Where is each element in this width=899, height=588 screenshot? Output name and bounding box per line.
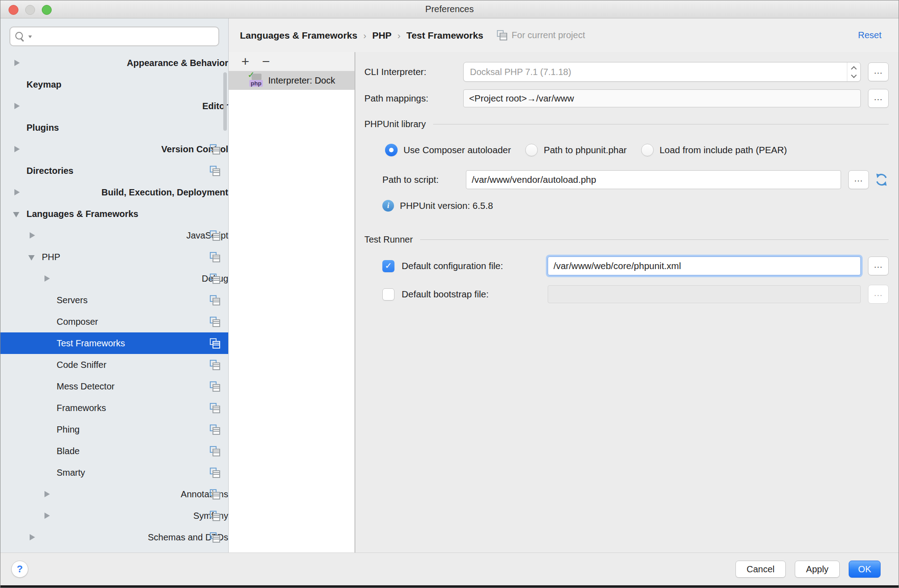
- sidebar-item-label: Composer: [57, 317, 98, 327]
- per-project-icon: [210, 295, 220, 305]
- chevron-down-icon[interactable]: [10, 203, 27, 225]
- radio-icon[interactable]: [385, 144, 398, 156]
- add-button[interactable]: +: [235, 53, 256, 70]
- sidebar-item-appearance-behavior[interactable]: Appearance & Behavior: [0, 52, 228, 74]
- sidebar-item-test-frameworks[interactable]: Test Frameworks: [0, 332, 228, 354]
- path-mappings-field[interactable]: [463, 89, 861, 107]
- sidebar-item-label: PHP: [42, 252, 60, 262]
- remove-button[interactable]: −: [256, 53, 276, 70]
- for-current-project-icon: [497, 30, 507, 40]
- chevron-spacer: [10, 160, 27, 181]
- chevron-spacer: [40, 440, 57, 462]
- sidebar-item-phing[interactable]: Phing: [0, 419, 228, 440]
- path-to-script-browse-button[interactable]: ...: [848, 170, 869, 189]
- default-config-browse-button[interactable]: ...: [868, 256, 889, 275]
- sidebar-nav: Appearance & BehaviorKeymapEditorPlugins…: [0, 52, 228, 548]
- path-mappings-browse-button[interactable]: ...: [868, 89, 889, 108]
- search-input[interactable]: [35, 31, 218, 41]
- sidebar-item-blade[interactable]: Blade: [0, 440, 228, 462]
- sidebar-item-composer[interactable]: Composer: [0, 311, 228, 332]
- sidebar-item-editor[interactable]: Editor: [0, 95, 228, 117]
- breadcrumb-test-frameworks[interactable]: Test Frameworks: [407, 30, 483, 41]
- reset-link[interactable]: Reset: [858, 30, 881, 40]
- breadcrumb: Languages & Frameworks › PHP › Test Fram…: [229, 18, 899, 52]
- radio-path-to-phpunit-phar[interactable]: Path to phpunit.phar: [525, 144, 627, 156]
- sidebar-item-frameworks[interactable]: Frameworks: [0, 397, 228, 419]
- chevron-spacer: [40, 376, 57, 397]
- default-bootstrap-checkbox[interactable]: ✓: [382, 288, 394, 301]
- radio-icon[interactable]: [525, 144, 538, 156]
- chevron-right-icon[interactable]: [10, 52, 127, 74]
- breadcrumb-php[interactable]: PHP: [372, 30, 391, 41]
- check-icon: ✓: [248, 71, 255, 80]
- path-to-script-label: Path to script:: [382, 174, 466, 185]
- cli-interpreter-select[interactable]: Docksal PHP 7.1 (7.1.18): [463, 62, 861, 82]
- search-options-caret-icon[interactable]: [28, 35, 32, 38]
- chevron-right-icon[interactable]: [10, 138, 161, 160]
- default-config-field[interactable]: [548, 256, 861, 275]
- radio-load-from-include-path[interactable]: Load from include path (PEAR): [641, 144, 787, 156]
- sidebar-item-symfony[interactable]: Symfony: [0, 505, 228, 526]
- ok-button[interactable]: OK: [849, 561, 881, 578]
- cli-interpreter-browse-button[interactable]: ...: [868, 62, 889, 81]
- chevron-right-icon[interactable]: [26, 526, 148, 548]
- per-project-icon: [210, 403, 220, 413]
- sidebar-item-label: Phing: [57, 424, 80, 435]
- radio-icon[interactable]: [641, 144, 654, 156]
- apply-button[interactable]: Apply: [795, 561, 840, 578]
- sidebar-item-version-control[interactable]: Version Control: [0, 138, 228, 160]
- sidebar-item-javascript[interactable]: JavaScript: [0, 225, 228, 246]
- stepper-icon[interactable]: [847, 62, 860, 81]
- sidebar-item-label: Directories: [27, 166, 74, 176]
- sidebar-item-annotations[interactable]: Annotations: [0, 483, 228, 505]
- php-interpreter-icon: ✓ php: [248, 72, 264, 88]
- chevron-right-icon[interactable]: [40, 268, 202, 289]
- chevron-right-icon[interactable]: [40, 483, 181, 505]
- sidebar-item-schemas-and-dtds[interactable]: Schemas and DTDs: [0, 526, 228, 548]
- path-mappings-label: Path mappings:: [364, 93, 463, 104]
- sidebar-item-directories[interactable]: Directories: [0, 160, 228, 181]
- sidebar-item-php[interactable]: PHP: [0, 246, 228, 268]
- per-project-icon: [210, 338, 220, 349]
- radio-use-composer-autoloader[interactable]: Use Composer autoloader: [385, 144, 511, 156]
- sidebar-item-build-execution-deployment[interactable]: Build, Execution, Deployment: [0, 181, 228, 203]
- default-config-checkbox[interactable]: ✓: [382, 260, 394, 272]
- help-button[interactable]: ?: [11, 561, 28, 578]
- chevron-right-icon[interactable]: [40, 505, 193, 526]
- sidebar-item-mess-detector[interactable]: Mess Detector: [0, 376, 228, 397]
- chevron-right-icon[interactable]: [10, 181, 102, 203]
- refresh-icon[interactable]: [874, 172, 889, 187]
- sidebar-item-label: Frameworks: [57, 403, 106, 413]
- cancel-button[interactable]: Cancel: [735, 561, 786, 578]
- breadcrumb-languages-frameworks[interactable]: Languages & Frameworks: [240, 30, 357, 41]
- sidebar-item-label: Appearance & Behavior: [127, 58, 228, 68]
- sidebar-scrollbar-thumb[interactable]: [223, 72, 227, 131]
- sidebar-item-keymap[interactable]: Keymap: [0, 74, 228, 95]
- settings-sidebar: Appearance & BehaviorKeymapEditorPlugins…: [0, 18, 229, 553]
- sidebar-item-debug[interactable]: Debug: [0, 268, 228, 289]
- per-project-icon: [210, 489, 220, 500]
- test-runner-section-title: Test Runner: [364, 234, 413, 245]
- chevron-right-icon[interactable]: [10, 95, 202, 117]
- per-project-icon: [210, 468, 220, 478]
- chevron-spacer: [40, 462, 57, 483]
- sidebar-item-label: Smarty: [57, 468, 85, 478]
- sidebar-item-plugins[interactable]: Plugins: [0, 117, 228, 138]
- per-project-icon: [210, 317, 220, 327]
- sidebar-item-code-sniffer[interactable]: Code Sniffer: [0, 354, 228, 376]
- sidebar-item-label: Plugins: [27, 123, 59, 133]
- chevron-right-icon[interactable]: [26, 225, 186, 246]
- search-box[interactable]: [9, 27, 219, 46]
- sidebar-item-label: Keymap: [27, 80, 62, 90]
- sidebar-item-label: Code Sniffer: [57, 360, 106, 370]
- sidebar-item-languages-frameworks[interactable]: Languages & Frameworks: [0, 203, 228, 225]
- chevron-spacer: [40, 289, 57, 311]
- title-bar[interactable]: Preferences: [0, 0, 899, 18]
- path-to-script-field[interactable]: [466, 170, 841, 189]
- breadcrumb-separator: ›: [398, 30, 401, 41]
- chevron-down-icon[interactable]: [26, 246, 42, 268]
- info-icon: i: [382, 200, 394, 212]
- sidebar-item-smarty[interactable]: Smarty: [0, 462, 228, 483]
- interpreter-list-item[interactable]: ✓ php Interpreter: Dock: [229, 71, 354, 90]
- sidebar-item-servers[interactable]: Servers: [0, 289, 228, 311]
